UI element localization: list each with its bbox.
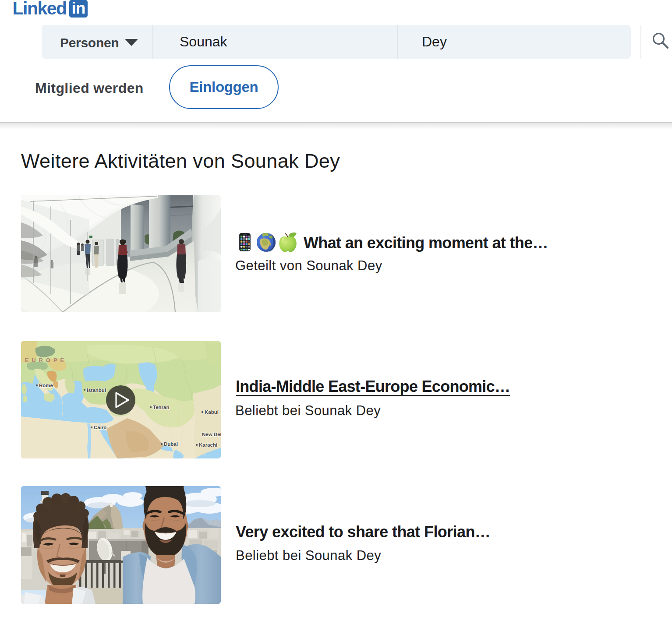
- svg-text:Dubai: Dubai: [164, 441, 178, 447]
- svg-text:Istanbul: Istanbul: [87, 388, 106, 393]
- svg-text:New Del: New Del: [202, 432, 221, 437]
- svg-text:EUROPE: EUROPE: [25, 357, 67, 363]
- svg-text:Cairo: Cairo: [94, 425, 106, 430]
- svg-text:Karachi: Karachi: [199, 442, 217, 448]
- svg-text:Kabul: Kabul: [205, 409, 219, 415]
- svg-text:Tehran: Tehran: [153, 405, 170, 410]
- svg-text:Rome: Rome: [39, 383, 53, 388]
